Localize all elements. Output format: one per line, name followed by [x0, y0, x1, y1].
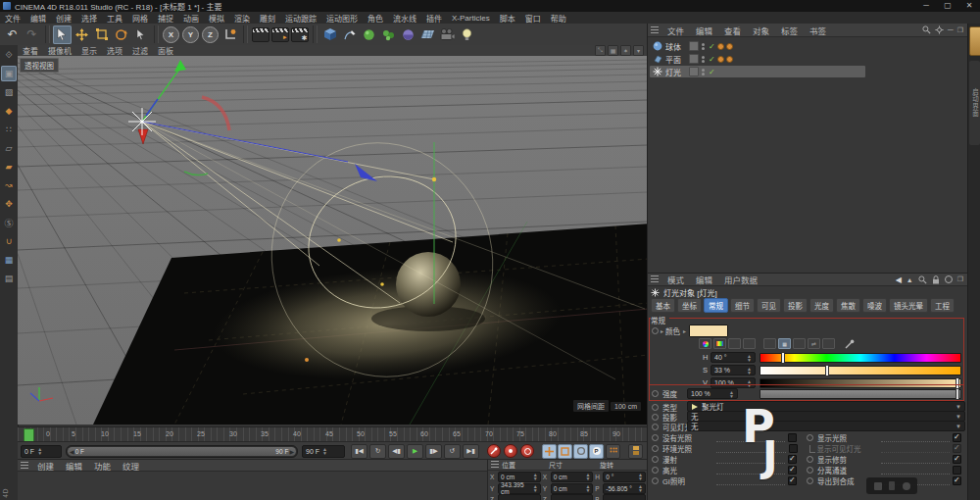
- hsv-sliders-icon-active[interactable]: ▦: [778, 338, 791, 349]
- expand-arrow-icon[interactable]: ▸: [683, 327, 686, 334]
- enable-axis-button[interactable]: ✥: [1, 196, 17, 212]
- color-mixer-icon[interactable]: ⇄: [808, 338, 820, 349]
- scale-tool[interactable]: [92, 25, 111, 44]
- menu-xparticles[interactable]: X-Particles: [447, 14, 495, 23]
- eyedropper-icon[interactable]: [845, 339, 855, 349]
- animation-dot-icon[interactable]: [652, 404, 659, 411]
- record-keyframe-button[interactable]: [487, 444, 501, 458]
- point-level-animation-toggle[interactable]: [606, 444, 620, 459]
- layout-tab-startup[interactable]: 启动界面: [969, 61, 980, 145]
- saturation-slider[interactable]: [760, 366, 961, 375]
- make-editable-button[interactable]: ⟐: [1, 47, 17, 63]
- tab-lens-flare[interactable]: 镜头光晕: [889, 298, 928, 313]
- last-tool-button[interactable]: [131, 25, 150, 44]
- texture-tag-icon[interactable]: [726, 43, 733, 50]
- viewport-grid-icon[interactable]: ▦: [608, 45, 618, 56]
- visibility-dots[interactable]: [702, 68, 705, 75]
- rotate-tool[interactable]: [112, 25, 130, 44]
- panel-menu-icon[interactable]: [21, 462, 28, 470]
- menu-render[interactable]: 渲染: [229, 13, 255, 24]
- arrow-up-icon[interactable]: ▲: [906, 276, 913, 283]
- add-spline-button[interactable]: [340, 25, 359, 44]
- animation-path-button[interactable]: ↝: [1, 177, 17, 193]
- om-menu-tags[interactable]: 标签: [775, 25, 804, 36]
- intensity-slider[interactable]: [760, 389, 961, 399]
- menu-motion-tracker[interactable]: 运动跟踪: [280, 13, 321, 24]
- history-back-icon[interactable]: ◀: [896, 275, 902, 284]
- show-clipping-checkbox[interactable]: [953, 455, 961, 464]
- object-row-plane[interactable]: 平面 ✓: [650, 53, 944, 65]
- record-scale-toggle[interactable]: [558, 444, 572, 459]
- add-environment-button[interactable]: [399, 25, 417, 44]
- rotation-b-field[interactable]: [603, 494, 646, 500]
- maximize-button[interactable]: ▢: [937, 0, 958, 12]
- edges-mode-button[interactable]: ▱: [1, 140, 17, 156]
- menu-create[interactable]: 创建: [51, 13, 76, 24]
- animation-dot-icon[interactable]: [807, 434, 813, 441]
- show-illumination-checkbox[interactable]: [953, 433, 961, 442]
- enabled-check-icon[interactable]: ✓: [709, 55, 715, 64]
- phong-tag-icon[interactable]: [717, 56, 724, 63]
- cone-handle-dot[interactable]: [380, 282, 384, 286]
- object-manager-list[interactable]: 球体 ✓ 平面 ✓ 灯光 ✓: [648, 37, 980, 273]
- goto-start-button[interactable]: ▮◀: [351, 444, 368, 459]
- phong-tag-icon[interactable]: [717, 43, 724, 50]
- viewport-sync-icon[interactable]: ⤡: [595, 45, 606, 56]
- animation-dot-icon[interactable]: [807, 477, 813, 484]
- panel-menu-icon[interactable]: [491, 461, 499, 469]
- saturation-field[interactable]: 33 %▲▼: [710, 365, 756, 375]
- visible-light-dropdown[interactable]: 无▼: [687, 421, 965, 431]
- add-deformer-button[interactable]: [379, 25, 398, 44]
- visibility-dots[interactable]: [702, 55, 705, 63]
- menu-animate[interactable]: 动画: [178, 13, 204, 24]
- enabled-check-icon[interactable]: ✓: [709, 68, 715, 76]
- play-button[interactable]: ▶: [407, 444, 423, 459]
- om-menu-objects[interactable]: 对象: [747, 25, 775, 36]
- animation-dot-icon[interactable]: [652, 456, 659, 463]
- viewport-menu-cameras[interactable]: 摄像机: [43, 45, 76, 56]
- diffuse-checkbox[interactable]: [788, 455, 797, 464]
- animation-dot-icon[interactable]: [652, 445, 659, 452]
- visibility-dots[interactable]: [702, 42, 705, 50]
- menu-sculpt[interactable]: 雕刻: [255, 13, 280, 24]
- add-light-button[interactable]: [458, 25, 476, 44]
- animation-dot-icon[interactable]: [652, 434, 659, 441]
- layout-tab-icon[interactable]: [969, 26, 980, 56]
- menu-mograph[interactable]: 运动图形: [321, 13, 363, 24]
- filter-gear-icon[interactable]: [935, 25, 944, 34]
- animation-dot-icon[interactable]: [807, 456, 813, 463]
- redo-button[interactable]: ↷: [23, 25, 41, 44]
- viewport-maximize-icon[interactable]: ▾: [633, 45, 644, 56]
- object-row-light-selected[interactable]: 灯光 ✓: [650, 66, 865, 77]
- rotation-p-field[interactable]: -56.805 °▲▼: [603, 483, 646, 494]
- record-rotation-toggle[interactable]: [573, 444, 588, 459]
- cone-handle-dot[interactable]: [432, 177, 436, 181]
- goto-end-button[interactable]: ▶▮: [463, 444, 479, 459]
- tab-details[interactable]: 细节: [730, 298, 755, 313]
- cone-handle-dot[interactable]: [337, 238, 341, 242]
- points-mode-button[interactable]: ∷: [1, 122, 17, 137]
- layer-box-icon[interactable]: [689, 41, 699, 51]
- timeline-ruler[interactable]: 0 5 10 15 20 25 30 35 40 45 50 55 60 65 …: [18, 426, 647, 442]
- materials-menu-edit[interactable]: 编辑: [60, 460, 88, 472]
- object-row-sphere[interactable]: 球体 ✓: [650, 40, 944, 52]
- kelvin-icon[interactable]: [793, 338, 806, 349]
- add-floor-button[interactable]: [418, 25, 437, 44]
- workplane-mode-button[interactable]: ◆: [1, 103, 17, 119]
- tab-coordinates[interactable]: 坐标: [677, 298, 702, 313]
- next-frame-button[interactable]: ▮▶: [425, 444, 442, 459]
- search-icon[interactable]: [922, 25, 931, 34]
- play-backwards-button[interactable]: ↻: [369, 444, 386, 459]
- minimize-panel-icon[interactable]: ─: [948, 25, 954, 34]
- tab-general[interactable]: 常规: [704, 298, 728, 313]
- materials-list-empty[interactable]: [18, 472, 487, 500]
- menu-character[interactable]: 角色: [363, 13, 388, 24]
- menu-plugins[interactable]: 插件: [421, 13, 447, 24]
- position-z-field[interactable]: [498, 494, 541, 500]
- previous-frame-button[interactable]: ◀▮: [388, 444, 405, 459]
- show-visible-light-checkbox[interactable]: [953, 444, 961, 453]
- intensity-field[interactable]: 100 %▲▼: [687, 388, 738, 399]
- menu-snap[interactable]: 捕捉: [153, 13, 178, 24]
- am-menu-mode[interactable]: 模式: [662, 274, 690, 285]
- live-selection-tool[interactable]: [53, 25, 72, 44]
